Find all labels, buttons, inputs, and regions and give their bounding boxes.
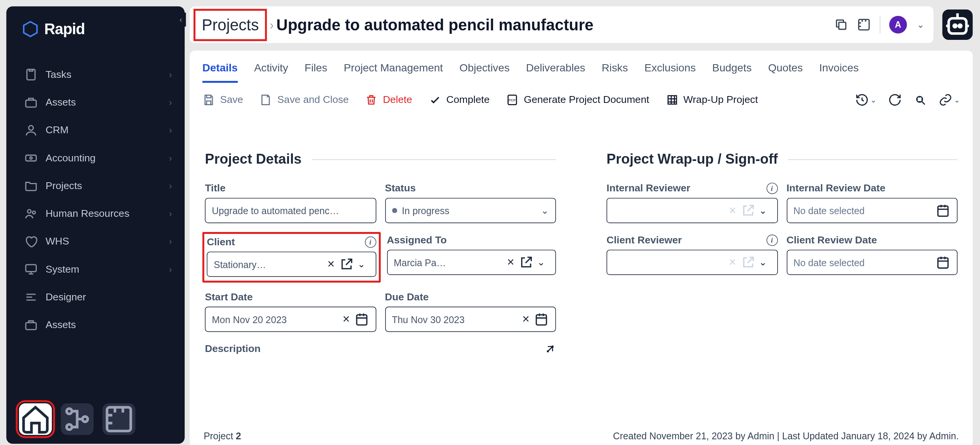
- svg-point-11: [67, 424, 72, 430]
- clear-icon[interactable]: ✕: [339, 314, 354, 325]
- chevron-down-icon[interactable]: ⌄: [917, 20, 924, 30]
- tab-quotes[interactable]: Quotes: [768, 62, 803, 83]
- internal-reviewer-combo[interactable]: ✕ ⌄: [607, 198, 778, 223]
- sidebar-item-label: System: [46, 264, 80, 275]
- due-date-input[interactable]: Thu Nov 30 2023 ✕: [385, 307, 556, 332]
- due-date-label: Due Date: [385, 292, 556, 303]
- tab-objectives[interactable]: Objectives: [459, 62, 509, 83]
- info-icon[interactable]: i: [766, 183, 778, 194]
- sidebar-nav: Tasks › Assets › CRM › Accounting › Proj…: [6, 49, 185, 398]
- grid-icon: [665, 94, 678, 106]
- chevron-down-icon[interactable]: ⌄: [756, 257, 771, 268]
- ruler-button[interactable]: [103, 403, 135, 435]
- open-icon[interactable]: [740, 203, 756, 218]
- user-avatar[interactable]: A: [889, 16, 907, 34]
- client-review-date-input[interactable]: No date selected: [786, 250, 957, 275]
- sidebar-item-designer[interactable]: Designer: [6, 283, 185, 311]
- monitor-icon: [24, 262, 38, 277]
- link-button[interactable]: ⌄: [939, 93, 960, 107]
- sidebar-item-label: Designer: [46, 292, 86, 303]
- open-icon[interactable]: [740, 255, 756, 270]
- clear-icon[interactable]: ✕: [503, 257, 519, 268]
- hierarchy-button[interactable]: [61, 403, 94, 435]
- save-button[interactable]: Save: [202, 94, 243, 106]
- chevron-down-icon[interactable]: ⌄: [756, 205, 771, 216]
- info-icon[interactable]: i: [766, 235, 778, 246]
- tab-risks[interactable]: Risks: [602, 62, 628, 83]
- internal-review-date-label: Internal Review Date: [786, 183, 957, 194]
- sidebar-item-assets[interactable]: Assets ›: [6, 89, 185, 116]
- person-icon: [24, 123, 38, 137]
- project-details-column: Project Details Title Upgrade to automat…: [205, 151, 556, 419]
- sidebar-collapse-button[interactable]: ‹: [176, 13, 186, 27]
- tab-details[interactable]: Details: [202, 62, 238, 83]
- info-icon[interactable]: i: [365, 237, 376, 248]
- delete-button[interactable]: Delete: [365, 94, 412, 106]
- chevron-down-icon[interactable]: ⌄: [534, 257, 549, 268]
- sidebar-item-projects[interactable]: Projects ›: [6, 172, 185, 200]
- refresh-button[interactable]: [888, 93, 902, 107]
- open-icon[interactable]: [339, 257, 354, 272]
- sidebar-item-assets-2[interactable]: Assets: [6, 311, 185, 339]
- assigned-combo[interactable]: Marcia Pa… ✕ ⌄: [387, 250, 556, 275]
- clear-icon[interactable]: ✕: [519, 314, 534, 325]
- chevron-down-icon: ⌄: [954, 95, 960, 104]
- generate-document-button[interactable]: PDF Generate Project Document: [506, 94, 649, 106]
- sidebar-item-whs[interactable]: WHS ›: [6, 227, 185, 255]
- people-icon: [24, 207, 38, 221]
- clear-icon[interactable]: ✕: [725, 205, 740, 216]
- svg-point-3: [29, 126, 33, 130]
- status-label: Status: [385, 183, 556, 194]
- calendar-icon[interactable]: [534, 312, 549, 327]
- tab-budgets[interactable]: Budgets: [712, 62, 752, 83]
- sidebar: ‹ Rapid Tasks › Assets › CRM ›: [6, 6, 185, 444]
- brand: Rapid: [6, 14, 185, 49]
- client-reviewer-combo[interactable]: ✕ ⌄: [607, 250, 778, 275]
- wrapup-button[interactable]: Wrap-Up Project: [665, 94, 758, 106]
- divider: [788, 159, 957, 160]
- save-close-button[interactable]: Save and Close: [259, 94, 349, 106]
- status-select[interactable]: In progress ⌄: [385, 198, 556, 223]
- internal-review-date-input[interactable]: No date selected: [786, 198, 957, 223]
- main: Projects › Upgrade to automated pencil m…: [188, 0, 980, 445]
- start-date-input[interactable]: Mon Nov 20 2023 ✕: [205, 307, 375, 332]
- calendar-icon[interactable]: [935, 255, 951, 270]
- calendar-icon[interactable]: [935, 203, 951, 218]
- chevron-down-icon: ⌄: [541, 205, 549, 216]
- sidebar-item-tasks[interactable]: Tasks ›: [6, 61, 185, 89]
- brand-logo-icon: [22, 20, 40, 38]
- open-icon[interactable]: [519, 255, 534, 270]
- tab-project-management[interactable]: Project Management: [344, 62, 443, 83]
- breadcrumb-root[interactable]: Projects: [193, 8, 267, 41]
- sidebar-item-accounting[interactable]: Accounting ›: [6, 144, 185, 172]
- home-button[interactable]: [19, 403, 52, 435]
- tab-files[interactable]: Files: [305, 62, 328, 83]
- settings-button[interactable]: [913, 93, 927, 107]
- tab-deliverables[interactable]: Deliverables: [526, 62, 585, 83]
- tab-exclusions[interactable]: Exclusions: [644, 62, 695, 83]
- tab-invoices[interactable]: Invoices: [819, 62, 859, 83]
- clear-icon[interactable]: ✕: [324, 259, 339, 270]
- assistant-button[interactable]: [942, 10, 973, 40]
- history-button[interactable]: ⌄: [855, 93, 877, 107]
- title-input[interactable]: Upgrade to automated penc…: [205, 198, 375, 223]
- header-bar: Projects › Upgrade to automated pencil m…: [190, 6, 934, 43]
- calendar-icon[interactable]: [354, 312, 369, 327]
- design-icon: [24, 290, 38, 304]
- clear-icon[interactable]: ✕: [725, 257, 740, 268]
- copy-icon[interactable]: [834, 18, 848, 32]
- complete-button[interactable]: Complete: [428, 94, 490, 106]
- sidebar-item-crm[interactable]: CRM ›: [6, 116, 185, 144]
- sidebar-item-system[interactable]: System ›: [6, 256, 185, 283]
- sidebar-item-hr[interactable]: Human Resources ›: [6, 200, 185, 227]
- svg-rect-21: [668, 96, 676, 104]
- svg-text:PDF: PDF: [509, 98, 516, 102]
- client-combo[interactable]: Stationary… ✕ ⌄: [207, 252, 375, 277]
- ruler-icon[interactable]: [857, 18, 871, 32]
- chevron-down-icon[interactable]: ⌄: [354, 259, 369, 270]
- tab-activity[interactable]: Activity: [254, 62, 288, 83]
- section-title: Project Wrap-up / Sign-off: [607, 151, 778, 167]
- footer-meta: Created November 21, 2023 by Admin | Las…: [613, 431, 959, 441]
- expand-icon[interactable]: [545, 343, 556, 354]
- sidebar-item-label: Tasks: [46, 69, 72, 80]
